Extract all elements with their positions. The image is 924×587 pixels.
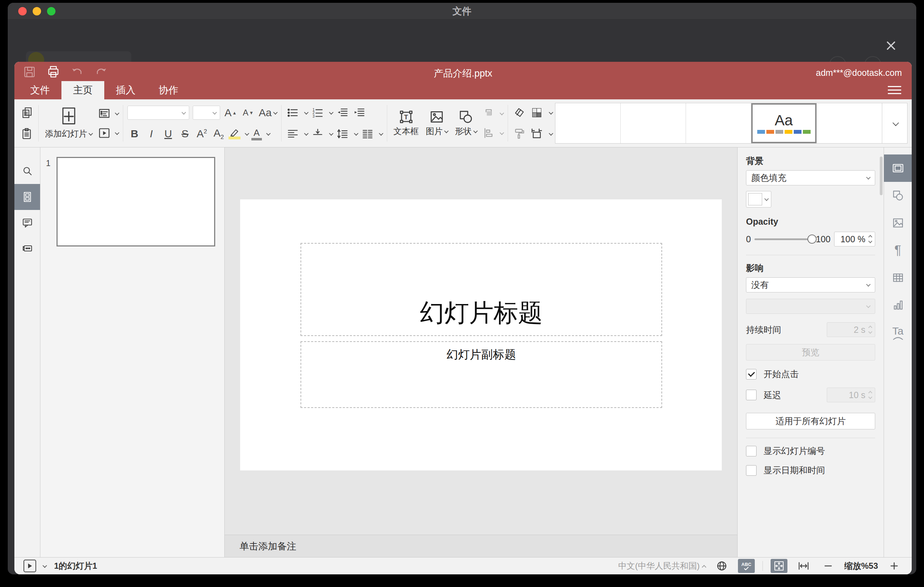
highlight-color-button[interactable]: [229, 128, 241, 139]
spin-down-icon[interactable]: [868, 239, 872, 243]
spell-check-button[interactable]: ABC: [738, 559, 755, 573]
chevron-down-icon[interactable]: [115, 130, 119, 135]
font-size-combo[interactable]: [193, 106, 220, 120]
document-language-button[interactable]: 中文(中华人民共和国): [618, 560, 706, 572]
shape-settings-button[interactable]: [884, 182, 912, 209]
chevron-down-icon[interactable]: [549, 110, 553, 114]
tab-file[interactable]: 文件: [18, 81, 61, 99]
title-placeholder[interactable]: 幻灯片标题: [300, 243, 662, 336]
theme-gallery-expand-button[interactable]: [882, 103, 908, 143]
fill-color-picker[interactable]: [746, 191, 771, 208]
slides-panel-button[interactable]: [15, 184, 40, 210]
italic-button[interactable]: I: [144, 128, 158, 140]
notes-area[interactable]: 单击添加备注: [225, 535, 737, 557]
horizontal-align-button[interactable]: [286, 125, 300, 142]
print-button[interactable]: [45, 64, 61, 79]
zoom-out-button[interactable]: [820, 559, 837, 573]
tab-insert[interactable]: 插入: [104, 81, 147, 99]
insert-textbox-button[interactable]: T 文本框: [390, 109, 422, 138]
theme-thumbnail[interactable]: [621, 103, 686, 143]
arrange-button[interactable]: [482, 105, 496, 122]
increase-font-button[interactable]: A▲: [224, 104, 238, 121]
theme-thumbnail[interactable]: [686, 103, 751, 143]
opacity-slider[interactable]: [754, 238, 812, 240]
apply-to-all-button[interactable]: 适用于所有幻灯片: [746, 413, 875, 429]
zoom-level[interactable]: 缩放%53: [844, 560, 878, 572]
show-slide-number-checkbox[interactable]: [746, 446, 757, 457]
change-color-scheme-button[interactable]: [530, 104, 544, 121]
subtitle-placeholder[interactable]: 幻灯片副标题: [300, 341, 662, 408]
decrease-font-button[interactable]: A▼: [241, 104, 255, 121]
bullet-list-button[interactable]: [286, 104, 300, 121]
panel-scrollbar[interactable]: [880, 157, 883, 195]
menu-button[interactable]: [888, 86, 901, 94]
slide-thumbnail[interactable]: [56, 157, 215, 246]
copy-style-button[interactable]: [512, 125, 526, 142]
add-slide-button[interactable]: 添加幻灯片: [41, 106, 96, 140]
theme-thumbnail-selected[interactable]: Aa: [751, 103, 817, 143]
font-name-combo[interactable]: [127, 106, 189, 120]
chevron-down-icon[interactable]: [43, 563, 47, 568]
chevron-down-icon[interactable]: [500, 130, 504, 135]
opacity-spinner[interactable]: 100 %: [834, 232, 875, 246]
chevron-down-icon[interactable]: [500, 110, 504, 115]
start-slideshow-status-button[interactable]: [23, 560, 36, 572]
superscript-button[interactable]: A2: [195, 128, 209, 140]
align-objects-button[interactable]: [482, 125, 496, 142]
copy-button[interactable]: [20, 104, 34, 121]
chevron-down-icon[interactable]: [379, 131, 383, 135]
save-button[interactable]: [21, 64, 38, 79]
insert-shape-button[interactable]: 形状: [452, 109, 480, 138]
chevron-down-icon[interactable]: [304, 110, 309, 114]
fit-to-slide-button[interactable]: [771, 559, 787, 573]
image-settings-button[interactable]: [884, 209, 912, 237]
line-spacing-button[interactable]: [336, 125, 350, 142]
textart-settings-button[interactable]: Ta: [884, 319, 912, 346]
paragraph-settings-button[interactable]: ¶: [884, 237, 912, 264]
search-button[interactable]: [15, 158, 40, 184]
zoom-in-button[interactable]: [886, 559, 903, 573]
transition-effect-select[interactable]: 没有: [746, 277, 875, 292]
font-color-button[interactable]: A: [251, 127, 262, 140]
chevron-down-icon[interactable]: [329, 131, 333, 135]
chevron-down-icon[interactable]: [549, 131, 553, 135]
start-on-click-checkbox[interactable]: [746, 369, 757, 379]
background-fill-select[interactable]: 颜色填充: [746, 170, 875, 185]
chart-settings-button[interactable]: [884, 292, 912, 319]
set-language-button[interactable]: [713, 559, 730, 573]
theme-thumbnail[interactable]: [555, 103, 621, 143]
modal-close-button[interactable]: [884, 39, 898, 53]
theme-thumbnail[interactable]: [817, 103, 882, 143]
clear-style-button[interactable]: [512, 104, 526, 121]
change-case-button[interactable]: Aa: [259, 104, 277, 121]
table-settings-button[interactable]: [884, 264, 912, 292]
show-datetime-checkbox[interactable]: [746, 465, 757, 476]
numbered-list-button[interactable]: 123: [311, 104, 325, 121]
slide[interactable]: 幻灯片标题 幻灯片副标题: [240, 200, 722, 470]
chevron-down-icon[interactable]: [266, 131, 271, 135]
spin-up-icon[interactable]: [868, 235, 872, 239]
comments-button[interactable]: [15, 210, 40, 236]
insert-image-button[interactable]: 图片: [422, 109, 452, 138]
slide-layout-button[interactable]: [97, 105, 111, 122]
slide-size-button[interactable]: [530, 125, 544, 142]
chevron-down-icon[interactable]: [329, 110, 333, 114]
strikethrough-button[interactable]: S: [178, 128, 192, 140]
undo-button[interactable]: [69, 64, 85, 79]
chevron-down-icon[interactable]: [245, 131, 249, 135]
slide-settings-button[interactable]: [884, 155, 912, 182]
increase-indent-button[interactable]: [353, 104, 366, 121]
decrease-indent-button[interactable]: [336, 104, 350, 121]
bold-button[interactable]: B: [127, 128, 142, 140]
chevron-down-icon[interactable]: [304, 131, 309, 135]
opacity-slider-knob[interactable]: [807, 234, 817, 244]
chevron-down-icon[interactable]: [354, 131, 358, 135]
vertical-align-button[interactable]: [311, 125, 325, 142]
start-slideshow-button[interactable]: [97, 125, 111, 142]
tab-home[interactable]: 主页: [61, 81, 104, 99]
slide-canvas[interactable]: 幻灯片标题 幻灯片副标题: [225, 147, 737, 535]
delay-checkbox[interactable]: [746, 390, 757, 400]
paste-button[interactable]: [20, 125, 34, 142]
subscript-button[interactable]: A2: [212, 127, 226, 141]
columns-button[interactable]: [361, 125, 375, 142]
